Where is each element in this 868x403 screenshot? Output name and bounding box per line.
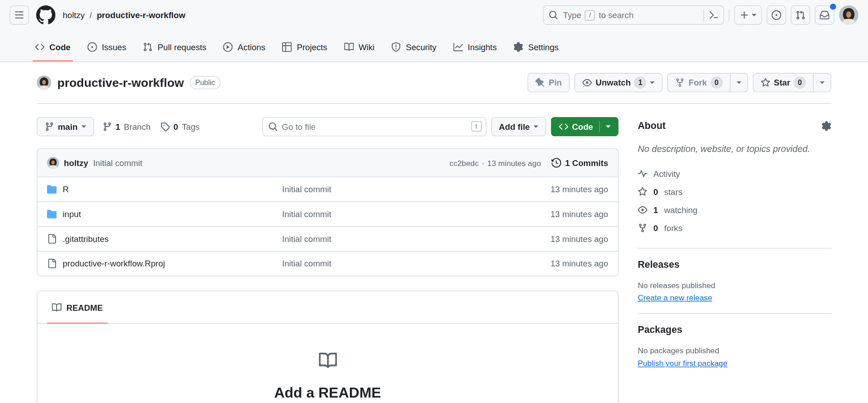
folder-icon [47, 185, 57, 194]
commit-message[interactable]: Initial commit [93, 158, 142, 167]
releases-section: Releases No releases published Create a … [638, 259, 831, 314]
fork-button-group: Fork 0 [668, 73, 748, 92]
plus-icon [740, 10, 749, 20]
add-file-button[interactable]: Add file [491, 117, 546, 137]
releases-title[interactable]: Releases [638, 259, 831, 270]
table-row: R Initial commit 13 minutes ago [38, 177, 618, 202]
user-avatar[interactable] [839, 5, 859, 25]
hamburger-menu-button[interactable] [9, 5, 29, 25]
page-title[interactable]: productive-r-workflow [57, 76, 184, 90]
code-icon [559, 122, 568, 131]
about-title: About [638, 121, 666, 132]
eye-icon [638, 205, 647, 214]
tab-pull-requests[interactable]: Pull requests [136, 33, 214, 61]
tab-readme[interactable]: README [42, 291, 113, 323]
packages-empty-text: No packages published [638, 345, 831, 358]
publish-package-link[interactable]: Publish your first package [638, 359, 727, 368]
row-commit-message[interactable]: Initial commit [282, 209, 488, 219]
edit-about-button[interactable] [821, 121, 831, 131]
chevron-down-icon [606, 125, 611, 128]
pin-icon [535, 78, 545, 87]
gear-icon [514, 42, 523, 52]
branches-link[interactable]: 1Branch [102, 122, 151, 131]
go-to-file-input[interactable] [262, 117, 486, 137]
header-divider [729, 9, 729, 21]
fork-button[interactable]: Fork 0 [668, 73, 731, 92]
github-logo[interactable] [36, 5, 56, 25]
code-button[interactable]: Code [551, 117, 618, 137]
repo-forked-icon [638, 223, 647, 232]
watch-count-badge: 1 [634, 76, 646, 89]
tab-label: Code [49, 42, 71, 52]
breadcrumb-repo[interactable]: productive-r-workflow [97, 10, 185, 20]
breadcrumb-owner[interactable]: holtzy [63, 10, 85, 20]
watch-button[interactable]: Unwatch 1 [575, 73, 663, 92]
star-button-group: Star 0 [753, 73, 831, 92]
tab-projects[interactable]: Projects [275, 33, 334, 61]
issues-header-button[interactable] [767, 5, 786, 25]
tag-icon [160, 122, 170, 131]
about-section: About No description, website, or topics… [638, 121, 831, 248]
watching-link[interactable]: 1watching [638, 200, 831, 218]
pull-requests-header-button[interactable] [791, 5, 810, 25]
global-search-input[interactable]: Type / to search [543, 5, 724, 25]
readme-empty-state: Add a README [38, 324, 618, 403]
tags-link[interactable]: 0Tags [160, 122, 199, 131]
stars-link[interactable]: 0stars [638, 182, 831, 200]
three-bars-icon [14, 10, 24, 20]
star-icon [638, 187, 647, 196]
eye-icon [582, 78, 592, 87]
star-dropdown-button[interactable] [813, 73, 831, 92]
search-placeholder: Type / to search [563, 10, 633, 20]
commit-author[interactable]: holtzy [64, 158, 88, 167]
avatar-image [839, 5, 859, 25]
repo-actions: Pin Unwatch 1 Fork 0 Star [528, 73, 831, 92]
tab-code[interactable]: Code [28, 33, 78, 61]
header-actions: Type / to search [543, 5, 858, 25]
file-link[interactable]: R [47, 185, 282, 194]
folder-icon [47, 209, 57, 219]
star-button[interactable]: Star 0 [753, 73, 814, 92]
commit-history-link[interactable]: 1 Commits [552, 158, 609, 167]
tab-settings[interactable]: Settings [506, 33, 566, 61]
avatar-image [37, 76, 51, 90]
forks-link[interactable]: 0forks [638, 218, 831, 237]
tab-insights[interactable]: Insights [446, 33, 504, 61]
tab-actions[interactable]: Actions [216, 33, 273, 61]
star-count-badge: 0 [794, 76, 806, 89]
pin-button[interactable]: Pin [528, 73, 570, 92]
create-release-link[interactable]: Create a new release [638, 293, 712, 302]
packages-title[interactable]: Packages [638, 325, 831, 336]
tab-security[interactable]: Security [384, 33, 443, 61]
file-link[interactable]: input [47, 209, 282, 219]
file-link[interactable]: productive-r-workflow.Rproj [47, 259, 282, 268]
repo-description: No description, website, or topics provi… [638, 142, 831, 156]
row-commit-message[interactable]: Initial commit [282, 259, 488, 268]
fork-dropdown-button[interactable] [730, 73, 748, 92]
readme-tab-bar: README [38, 291, 618, 324]
file-link[interactable]: .gitattributes [47, 234, 282, 243]
chevron-down-icon [752, 14, 757, 16]
tab-issues[interactable]: Issues [80, 33, 133, 61]
commit-sha[interactable]: cc2bedc [449, 158, 479, 167]
row-commit-message[interactable]: Initial commit [282, 234, 488, 243]
commit-author-avatar[interactable] [47, 157, 59, 169]
command-palette-icon[interactable] [709, 10, 718, 20]
git-branch-icon [102, 122, 112, 131]
repo-owner-avatar[interactable] [37, 76, 51, 90]
row-commit-message[interactable]: Initial commit [282, 185, 488, 194]
create-new-button[interactable] [734, 5, 762, 25]
repo-title-row: productive-r-workflow Public Pin Unwatch… [37, 62, 831, 104]
activity-link[interactable]: Activity [638, 164, 831, 182]
inbox-button[interactable] [815, 5, 835, 25]
table-row: .gitattributes Initial commit 13 minutes… [38, 226, 618, 251]
row-commit-time: 13 minutes ago [488, 234, 609, 243]
tab-label: Insights [468, 42, 497, 52]
github-mark-icon [36, 5, 56, 25]
branch-selector-button[interactable]: main [37, 117, 94, 137]
tab-wiki[interactable]: Wiki [337, 33, 382, 61]
github-repo-page: holtzy / productive-r-workflow Type / to… [0, 0, 868, 403]
git-pull-request-icon [143, 42, 153, 52]
releases-empty-text: No releases published [638, 280, 831, 292]
add-readme-heading: Add a README [274, 384, 381, 401]
